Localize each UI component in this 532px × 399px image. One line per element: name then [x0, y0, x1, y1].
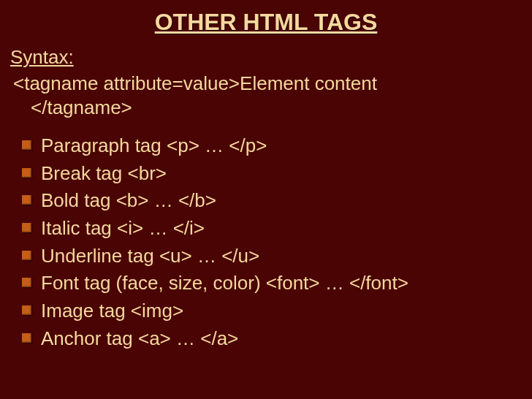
list-item: Underline tag <u> … </u> — [19, 243, 522, 270]
list-item: Break tag <br> — [19, 160, 522, 188]
syntax-heading: Syntax: — [10, 46, 522, 69]
syntax-close: </tagname> — [13, 96, 132, 120]
slide-title: OTHER HTML TAGS — [10, 9, 522, 36]
tag-list: Paragraph tag <p> … </p> Break tag <br> … — [10, 132, 522, 353]
syntax-open: <tagname attribute=value>Element content — [13, 72, 377, 94]
list-item: Image tag <img> — [19, 297, 522, 325]
list-item: Anchor tag <a> … </a> — [19, 325, 522, 353]
list-item: Font tag (face, size, color) <font> … </… — [19, 270, 522, 297]
list-item: Italic tag <i> … </i> — [19, 215, 522, 243]
syntax-example: <tagname attribute=value>Element content… — [10, 72, 522, 119]
list-item: Bold tag <b> … </b> — [19, 187, 522, 215]
list-item: Paragraph tag <p> … </p> — [19, 132, 522, 160]
slide: OTHER HTML TAGS Syntax: <tagname attribu… — [0, 0, 532, 399]
